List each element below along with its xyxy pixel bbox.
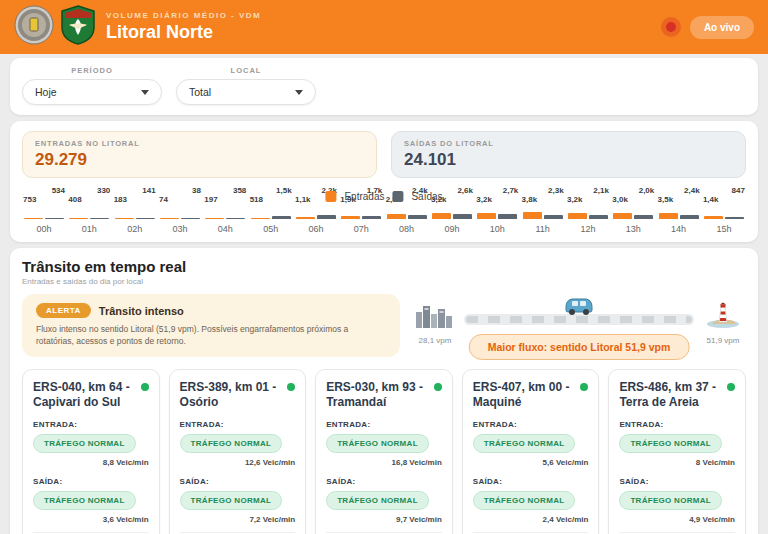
saida-bar [408,215,427,219]
bar-pair [296,211,336,219]
hour-tick-label: 02h [113,224,157,234]
status-dot-icon [141,383,149,391]
lighthouse-icon [704,314,742,331]
chart-hour-group: 38 74 03h [158,186,202,234]
periodo-select[interactable]: Hoje [22,79,162,105]
bar-pair [160,211,200,219]
stations-row: ERS-040, km 64 - Capivari do Sul ENTRADA… [22,369,746,534]
city-vpm-value: 28,1 vpm [412,336,458,345]
saida-bar [136,218,155,220]
entrada-rate-value: 12,6 Veic/min [180,458,296,467]
entrada-bar [115,218,134,220]
entrada-bar [659,213,678,219]
station-card: ERS-407, km 00 - Maquiné ENTRADA: TRÁFEG… [462,369,600,534]
main-content: PERÍODO Hoje LOCAL Total ENTRADAS NO LIT… [0,54,768,534]
city-endpoint: 28,1 vpm [412,302,458,345]
saida-status-badge: TRÁFEGO NORMAL [33,491,136,510]
bar-pair [477,211,517,219]
saida-bar-value: 2,2k [321,186,337,195]
entrada-bar [568,213,587,219]
saida-bar-value: 2,4k [684,186,700,195]
bar-pair [387,211,427,219]
entrada-bar [69,218,88,220]
bar-pair [251,211,291,219]
flow-visualization: 28,1 vpm Maior fluxo: sentido Litora [412,294,746,357]
saidas-total-box: SAÍDAS DO LITORAL 24.101 [391,131,746,178]
entrada-rate-value: 16,8 Veic/min [326,458,442,467]
chart-hour-group: 1,5k 518 05h [249,186,293,234]
saida-bar [226,218,245,220]
periodo-label: PERÍODO [71,66,113,75]
saida-bar-value: 2,3k [548,186,564,195]
chevron-down-icon [141,90,149,95]
saida-bar-value: 534 [52,186,65,195]
chart-hour-group: 141 183 02h [113,186,157,234]
saida-bar-value: 2,0k [639,186,655,195]
saida-bar-value: 38 [192,186,201,195]
saida-status-badge: TRÁFEGO NORMAL [326,491,429,510]
chart-hour-group: 2,7k 3,2k 10h [475,186,519,234]
bar-pair [613,211,653,219]
chart-hour-group: 847 1,4k 15h [702,186,746,234]
saida-rate-value: 9,7 Veic/min [326,515,442,524]
saida-section-label: SAÍDA: [180,477,296,486]
alert-badge: ALERTA [36,303,91,318]
entrada-section-label: ENTRADA: [180,420,296,429]
entrada-bar [387,214,406,219]
saida-bar-value: 2,6k [457,186,473,195]
hour-tick-label: 03h [158,224,202,234]
saida-bar [181,218,200,220]
entrada-section-label: ENTRADA: [326,420,442,429]
filters-bar: PERÍODO Hoje LOCAL Total [10,58,758,115]
entrada-bar [251,218,270,220]
entrada-bar-value: 197 [204,195,217,204]
entrada-bar-value: 408 [68,195,81,204]
page-title: Litoral Norte [106,22,261,43]
live-button[interactable]: Ao vivo [690,16,754,39]
saida-bar-value: 141 [142,186,155,195]
chart-hour-group: 2,3k 3,8k 11h [521,186,565,234]
entrada-rate-value: 8,8 Veic/min [33,458,149,467]
realtime-section: Trânsito em tempo real Entradas e saídas… [10,248,758,534]
saida-rate-value: 7,2 Veic/min [180,515,296,524]
local-select[interactable]: Total [176,79,316,105]
station-name: ERS-407, km 00 - Maquiné [473,380,581,410]
entrada-status-badge: TRÁFEGO NORMAL [180,434,283,453]
saida-status-badge: TRÁFEGO NORMAL [180,491,283,510]
station-name: ERS-486, km 37 - Terra de Areia [619,380,727,410]
periodo-value: Hoje [35,86,57,98]
saidas-total-label: SAÍDAS DO LITORAL [404,139,733,148]
station-name: ERS-040, km 64 - Capivari do Sul [33,380,141,410]
local-filter: LOCAL Total [176,66,316,105]
saida-bar-value: 1,7k [367,186,383,195]
hour-tick-label: 01h [67,224,111,234]
hour-tick-label: 06h [294,224,338,234]
saida-bar [725,217,744,219]
hour-tick-label: 00h [22,224,66,234]
coast-endpoint: 51,9 vpm [700,302,746,345]
saida-bar [634,215,653,219]
entrada-bar [24,218,43,220]
realtime-row: ALERTA Trânsito intenso Fluxo intenso no… [22,294,746,357]
station-card: ERS-040, km 64 - Capivari do Sul ENTRADA… [22,369,160,534]
saida-bar-value: 358 [233,186,246,195]
chart-hour-group: 534 753 00h [22,186,66,234]
saida-bar-value: 847 [732,186,745,195]
entrada-status-badge: TRÁFEGO NORMAL [326,434,429,453]
police-seal-icon [14,5,54,49]
app-subtitle: VOLUME DIÁRIO MÉDIO - VDM [106,11,261,20]
saida-bar-value: 2,4k [412,186,428,195]
hour-tick-label: 09h [430,224,474,234]
coast-vpm-value: 51,9 vpm [700,336,746,345]
bar-pair [69,211,109,219]
entrada-bar [613,213,632,219]
entrada-bar-value: 1,4k [703,195,719,204]
summary-card: ENTRADAS NO LITORAL 29.279 SAÍDAS DO LIT… [10,121,758,242]
status-dot-icon [287,383,295,391]
status-dot-icon [727,383,735,391]
entrada-bar-value: 183 [114,195,127,204]
app-header: VOLUME DIÁRIO MÉDIO - VDM Litoral Norte … [0,0,768,54]
entrada-bar-value: 1,9k [340,195,356,204]
station-header: ERS-486, km 37 - Terra de Areia [619,380,735,410]
station-name: ERS-030, km 93 - Tramandaí [326,380,434,410]
